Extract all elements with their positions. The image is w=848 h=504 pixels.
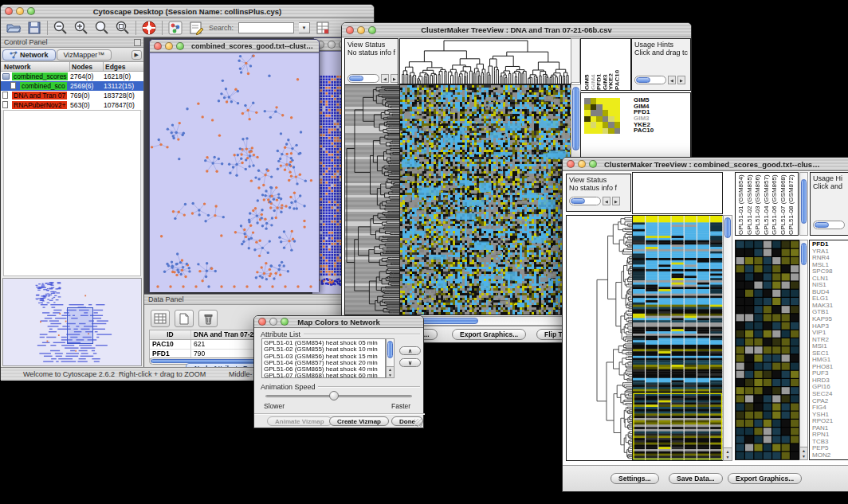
treeview2-title-bar[interactable]: ClusterMaker TreeView : combined_scores_…	[563, 158, 848, 171]
scroll-left-button[interactable]: ◀	[381, 74, 389, 83]
similarity-cell[interactable]	[596, 110, 603, 116]
gene-label[interactable]: MON2	[812, 452, 848, 459]
resize-grip[interactable]	[414, 419, 422, 427]
similarity-cell[interactable]	[596, 116, 603, 123]
close-button[interactable]	[154, 42, 162, 50]
dialog-title-bar[interactable]: Map Colors to Network	[254, 316, 423, 328]
network-row[interactable]: combined_sco2569(6)13112(15)	[1, 81, 143, 91]
similarity-cell[interactable]	[596, 98, 603, 104]
status-scrollbar[interactable]: ◀ ▶	[347, 74, 398, 83]
annotation-icon[interactable]	[188, 20, 204, 36]
scroll-thumb[interactable]	[571, 198, 585, 204]
column-separator[interactable]	[103, 62, 104, 71]
similarity-cell[interactable]	[608, 104, 614, 111]
network-row[interactable]: DNA and Tran 07769(0)183728(0)	[1, 91, 143, 100]
minimize-button[interactable]	[165, 42, 173, 50]
similarity-cell[interactable]	[614, 122, 621, 128]
scroll-track[interactable]	[813, 221, 845, 229]
similarity-cell[interactable]	[591, 104, 597, 111]
move-down-button[interactable]: ∨	[399, 358, 421, 367]
close-button[interactable]	[258, 318, 266, 326]
attribute-list-item[interactable]: GPL51-07 (GSM868) heat shock 60 min	[264, 373, 383, 378]
hints-scrollbar[interactable]: ◀ ▶	[634, 76, 685, 84]
scroll-track[interactable]	[347, 74, 379, 83]
minimize-button[interactable]	[16, 7, 24, 15]
scroll-right-button[interactable]: ▶	[391, 74, 398, 83]
similarity-cell[interactable]	[614, 128, 621, 135]
scroll-arrows[interactable]: ▲▼	[387, 366, 394, 377]
similarity-cell[interactable]	[603, 122, 609, 128]
similarity-cell[interactable]	[614, 104, 621, 111]
main-title-bar[interactable]: Cytoscape Desktop (Session Name: collins…	[1, 5, 374, 18]
save-icon[interactable]	[26, 20, 42, 36]
similarity-cell[interactable]	[608, 128, 614, 135]
column-dendrogram[interactable]	[399, 38, 571, 84]
attribute-browser-icon[interactable]	[315, 20, 331, 36]
similarity-cell[interactable]	[603, 104, 609, 111]
scroll-thumb[interactable]	[349, 76, 363, 81]
scroll-right-button[interactable]: ▶	[612, 197, 620, 205]
network-row[interactable]: combined_scores2764(0)16218(0)	[1, 72, 143, 81]
scroll-thumb[interactable]	[572, 87, 579, 150]
attribute-select-button[interactable]	[151, 310, 170, 327]
network-view-a[interactable]	[150, 53, 319, 292]
scroll-thumb[interactable]	[636, 77, 650, 83]
zoom-selected-icon[interactable]	[94, 20, 110, 36]
delete-attribute-button[interactable]	[198, 310, 218, 327]
minimize-button[interactable]	[328, 41, 336, 49]
close-button[interactable]	[567, 160, 575, 168]
similarity-cell[interactable]	[603, 98, 609, 104]
treeview1-title-bar[interactable]: ClusterMaker TreeView : DNA and Tran 07-…	[342, 23, 691, 37]
scroll-arrows[interactable]: ▲▼	[724, 447, 732, 460]
move-up-button[interactable]: ∧	[399, 346, 421, 355]
similarity-cell[interactable]	[584, 128, 591, 135]
similarity-cell[interactable]	[614, 98, 621, 104]
settings-button[interactable]: Settings...	[610, 473, 659, 484]
similarity-cell[interactable]	[596, 104, 603, 111]
scroll-thumb[interactable]	[387, 341, 393, 358]
zoom-button[interactable]	[281, 318, 289, 326]
scroll-left-button[interactable]: ◀	[668, 76, 676, 84]
tab-overflow-button[interactable]: ▶	[132, 50, 142, 60]
scroll-left-button[interactable]: ◀	[603, 197, 610, 205]
similarity-cell[interactable]	[584, 104, 591, 111]
similarity-cell[interactable]	[584, 122, 591, 128]
create-vizmap-button[interactable]: Create Vizmap	[329, 416, 389, 426]
similarity-cell[interactable]	[596, 128, 603, 135]
similarity-cell[interactable]	[603, 110, 609, 116]
close-button[interactable]	[5, 7, 13, 15]
hints-scrollbar[interactable]	[813, 221, 845, 229]
speed-slider-thumb[interactable]	[329, 391, 339, 400]
scroll-arrows[interactable]: ▲▼	[800, 447, 807, 459]
overview-viewport-rect[interactable]	[67, 307, 93, 344]
heatmap-vscrollbar[interactable]: ▲▼	[723, 215, 732, 461]
heatmap-hscrollbar[interactable]	[399, 316, 570, 326]
speed-slider-track[interactable]	[265, 395, 412, 397]
export-graphics-button[interactable]: Export Graphics...	[728, 473, 802, 484]
similarity-cell[interactable]	[614, 110, 621, 116]
open-folder-icon[interactable]	[6, 20, 22, 36]
birdseye-overview[interactable]	[2, 278, 142, 366]
column-dendrogram-area[interactable]	[632, 172, 723, 214]
search-input[interactable]	[238, 22, 294, 33]
status-scrollbar[interactable]: ◀ ▶	[569, 197, 620, 205]
id-column-header[interactable]: ID	[150, 330, 191, 339]
zoom-button[interactable]	[176, 42, 184, 50]
similarity-cell[interactable]	[608, 110, 614, 116]
global-heatmap[interactable]	[399, 84, 571, 315]
similarity-cell[interactable]	[591, 98, 597, 104]
tab-network[interactable]: Network	[2, 49, 56, 61]
similarity-cell[interactable]	[584, 98, 591, 104]
column-separator[interactable]	[69, 62, 70, 71]
tab-vizmapper[interactable]: VizMapper™	[57, 49, 112, 61]
minimize-button[interactable]	[357, 26, 365, 34]
row-dendrogram[interactable]	[344, 84, 400, 315]
help-lifesaver-icon[interactable]	[141, 20, 157, 36]
zoom-out-icon[interactable]	[53, 20, 69, 36]
zoom-button[interactable]	[27, 7, 35, 15]
scroll-track[interactable]	[634, 76, 666, 84]
similarity-cell[interactable]	[591, 128, 597, 135]
labels-vscrollbar[interactable]	[799, 172, 808, 236]
gene-label-list[interactable]: PFD1YRA1RNR4MSL1SPC98CLN1NIS1BUD4ELG1MAK…	[809, 240, 848, 460]
zoom-heatmap[interactable]	[735, 240, 800, 460]
